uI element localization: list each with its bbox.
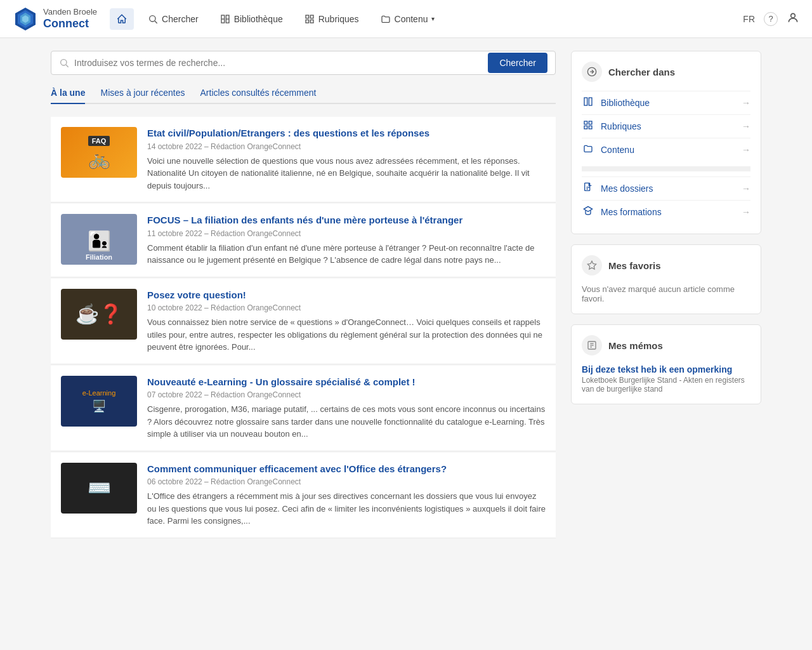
help-button[interactable]: ?: [764, 12, 778, 26]
svg-rect-20: [589, 98, 592, 105]
logo-text: Vanden Broele Connect: [43, 7, 97, 30]
panel-title-memos: Mes mémos: [582, 335, 750, 355]
article-thumbnail: ☕❓: [61, 289, 137, 340]
main-container: Chercher À la une Mises à jour récentes …: [38, 38, 774, 540]
logo[interactable]: Vanden Broele Connect: [13, 6, 97, 32]
panel-link-rubriques[interactable]: Rubriques →: [582, 114, 750, 138]
svg-rect-23: [584, 126, 587, 129]
mes-memos-panel: Mes mémos Bij deze tekst heb ik een opme…: [571, 324, 761, 404]
article-excerpt: Vous connaissez bien notre service de « …: [147, 316, 546, 354]
article-content: Nouveauté e-Learning - Un glossaire spéc…: [147, 376, 546, 441]
memo-subtitle: Loketboek Burgerlijke Stand - Akten en r…: [582, 376, 750, 394]
user-button[interactable]: [787, 11, 799, 26]
svg-rect-19: [584, 98, 587, 105]
article-thumbnail: FAQ 🚲: [61, 127, 137, 178]
table-row: e-Learning 🖥️ Nouveauté e-Learning - Un …: [51, 366, 556, 451]
panel-link-contenu[interactable]: Contenu →: [582, 138, 750, 161]
panel-link-mes-dossiers[interactable]: Mes dossiers →: [582, 176, 750, 200]
svg-line-16: [66, 65, 69, 67]
language-selector[interactable]: FR: [743, 14, 755, 24]
tab-articles-consultes[interactable]: Articles consultés récemment: [200, 88, 317, 104]
article-meta: 06 octobre 2022 – Rédaction OrangeConnec…: [147, 477, 546, 486]
article-title[interactable]: Nouveauté e-Learning - Un glossaire spéc…: [147, 376, 546, 388]
nav-contenu[interactable]: Contenu ▾: [373, 9, 443, 29]
search-bar: Chercher: [51, 51, 556, 75]
article-title[interactable]: Etat civil/Population/Etrangers : des qu…: [147, 127, 546, 140]
svg-point-4: [150, 15, 155, 21]
svg-marker-29: [587, 261, 596, 269]
panel-link-mes-formations[interactable]: Mes formations →: [582, 200, 750, 223]
logo-icon: [13, 6, 38, 32]
article-meta: 07 octobre 2022 – Rédaction OrangeConnec…: [147, 390, 546, 399]
book-nav-icon: [220, 14, 230, 24]
article-meta: 11 octobre 2022 – Rédaction OrangeConnec…: [147, 229, 546, 238]
memo-icon: [587, 340, 597, 350]
svg-rect-24: [589, 126, 592, 129]
arrow-icon: →: [742, 207, 750, 217]
nav-bibliotheque[interactable]: Bibliothèque: [213, 9, 291, 29]
article-list: FAQ 🚲 Etat civil/Population/Etrangers : …: [51, 117, 556, 540]
article-content: FOCUS – La filiation des enfants nés d'u…: [147, 214, 546, 267]
svg-point-14: [791, 13, 796, 18]
arrow-right-icon: [587, 67, 597, 77]
right-column: Chercher dans Bibliothèque →: [571, 51, 761, 540]
svg-rect-13: [310, 20, 313, 23]
article-title[interactable]: Posez votre question!: [147, 289, 546, 302]
favoris-empty-text: Vous n'avez marqué aucun article comme f…: [582, 284, 750, 303]
content-tabs: À la une Mises à jour récentes Articles …: [51, 88, 556, 104]
article-thumbnail: 👨‍👦 Filiation: [61, 214, 137, 265]
arrow-icon: →: [742, 183, 750, 194]
brand-name: Vanden Broele: [43, 7, 97, 17]
search-button[interactable]: Chercher: [488, 53, 547, 73]
nav-rubriques[interactable]: Rubriques: [297, 9, 367, 29]
article-excerpt: Cisgenre, prorogation, M36, mariage puta…: [147, 403, 546, 441]
article-thumbnail: ⌨️: [61, 463, 137, 514]
search-icon: [59, 58, 69, 68]
book-icon: [582, 96, 594, 109]
svg-marker-28: [584, 206, 592, 211]
arrow-icon: →: [742, 98, 750, 108]
home-icon: [116, 13, 128, 25]
tab-a-la-une[interactable]: À la une: [51, 88, 85, 104]
article-meta: 10 octobre 2022 – Rédaction OrangeConnec…: [147, 303, 546, 312]
article-content: Comment communiquer efficacement avec l'…: [147, 463, 546, 527]
article-excerpt: L'Office des étrangers a récemment mis à…: [147, 490, 546, 527]
panel-title-favoris: Mes favoris: [582, 255, 750, 275]
article-excerpt: Voici une nouvelle sélection de question…: [147, 155, 546, 192]
left-column: Chercher À la une Mises à jour récentes …: [51, 51, 556, 540]
contenu-chevron-icon: ▾: [431, 15, 435, 22]
article-title[interactable]: FOCUS – La filiation des enfants nés d'u…: [147, 214, 546, 227]
star-icon: [587, 260, 597, 270]
article-thumbnail: e-Learning 🖥️: [61, 376, 137, 427]
tab-mises-a-jour[interactable]: Mises à jour récentes: [100, 88, 185, 104]
svg-point-15: [61, 60, 67, 65]
article-title[interactable]: Comment communiquer efficacement avec l'…: [147, 463, 546, 475]
nav-right-controls: FR ?: [743, 11, 799, 26]
svg-rect-11: [310, 15, 313, 18]
mes-favoris-panel: Mes favoris Vous n'avez marqué aucun art…: [571, 244, 761, 314]
folder-nav-icon: [381, 14, 391, 24]
table-row: ⌨️ Comment communiquer efficacement avec…: [51, 453, 556, 538]
table-row: 👨‍👦 Filiation FOCUS – La filiation des e…: [51, 204, 556, 277]
article-content: Etat civil/Population/Etrangers : des qu…: [147, 127, 546, 192]
arrow-icon: →: [742, 121, 750, 131]
file-icon: [582, 182, 594, 195]
grid-nav-icon: [304, 14, 315, 24]
panel-divider: [582, 166, 750, 171]
search-nav-icon: [148, 14, 158, 24]
memos-panel-icon: [582, 335, 602, 355]
favoris-panel-icon: [582, 255, 602, 275]
memo-title-link[interactable]: Bij deze tekst heb ik een opmerking: [582, 364, 750, 375]
grid-icon: [582, 120, 594, 133]
user-icon: [787, 11, 799, 24]
folder-icon: [582, 143, 594, 156]
nav-home-button[interactable]: [110, 8, 134, 30]
panel-link-bibliotheque[interactable]: Bibliothèque →: [582, 91, 750, 114]
search-input[interactable]: [74, 51, 483, 74]
table-row: ☕❓ Posez votre question! 10 octobre 2022…: [51, 279, 556, 364]
chercher-panel-icon: [582, 62, 602, 82]
top-navigation: Vanden Broele Connect Chercher Bibliothè…: [0, 0, 812, 38]
nav-chercher[interactable]: Chercher: [140, 9, 206, 29]
panel-title-chercher: Chercher dans: [582, 62, 750, 82]
article-excerpt: Comment établir la filiation d'un enfant…: [147, 242, 546, 267]
